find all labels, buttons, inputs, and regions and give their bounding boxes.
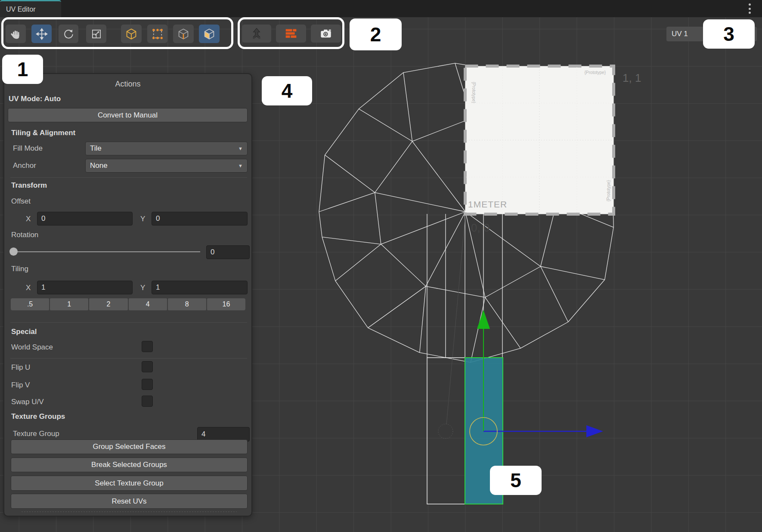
texture-groups-header: Texture Groups	[11, 412, 65, 421]
rotate-icon	[62, 28, 74, 40]
divider	[22, 511, 237, 512]
annotation-1: 1	[2, 55, 43, 84]
pan-tool-button[interactable]	[6, 25, 26, 43]
uv-editor-window: {Prototype}{Prototype}{Prototype}1METER1…	[0, 0, 762, 532]
tiling-x-label: X	[26, 284, 31, 292]
world-space-checkbox[interactable]	[142, 341, 153, 352]
scale-tool-button[interactable]	[86, 25, 106, 43]
annotation-5: 5	[490, 466, 542, 495]
divider	[10, 177, 247, 178]
group-selected-faces-button[interactable]: Group Selected Faces	[11, 439, 248, 454]
screenshot-button[interactable]	[311, 25, 341, 43]
tiling-preset-row: .5 1 2 4 8 16	[11, 298, 245, 310]
bricks-icon	[284, 27, 298, 40]
offset-y-label: Y	[140, 215, 145, 223]
tiling-preset-button[interactable]: .5	[11, 298, 49, 310]
texture-group-label: Texture Group	[13, 430, 59, 438]
edge-mode-button[interactable]	[173, 25, 194, 43]
tab-title: UV Editor	[6, 6, 35, 13]
vertex-select-icon	[151, 28, 164, 40]
tiling-label: Tiling	[11, 265, 28, 273]
hand-icon	[10, 28, 22, 40]
rotation-slider-track[interactable]	[13, 251, 200, 252]
special-header: Special	[11, 328, 37, 336]
anchor-dropdown[interactable]: None▼	[85, 159, 248, 173]
world-space-label: World Space	[11, 343, 53, 352]
move-icon	[36, 28, 48, 40]
rotation-slider-handle[interactable]	[9, 247, 18, 256]
vertex-mode-button[interactable]	[147, 25, 167, 43]
annotation-2: 2	[350, 19, 402, 50]
face-select-icon	[203, 28, 216, 40]
tiling-preset-button[interactable]: 2	[89, 298, 127, 310]
actions-panel: Actions UV Mode: Auto Convert to Manual …	[3, 73, 252, 517]
rotate-tool-button[interactable]	[59, 25, 78, 43]
tiling-y-input[interactable]: 1	[152, 281, 248, 294]
project-arrow-icon	[250, 27, 263, 40]
texture-preview-button[interactable]	[276, 25, 306, 43]
tiling-preset-button[interactable]: 1	[50, 298, 88, 310]
annotation-4: 4	[262, 76, 312, 105]
object-mode-button[interactable]	[121, 25, 142, 43]
offset-x-input[interactable]: 0	[37, 212, 133, 226]
face-mode-button[interactable]	[199, 25, 220, 43]
flip-v-label: Flip V	[11, 381, 30, 390]
swap-uv-label: Swap U/V	[11, 398, 44, 406]
uv-mode-label: UV Mode: Auto	[9, 95, 61, 103]
fill-mode-dropdown[interactable]: Tile▼	[85, 142, 248, 155]
rotation-label: Rotation	[11, 231, 38, 239]
anchor-label: Anchor	[13, 161, 36, 170]
flip-u-label: Flip U	[11, 363, 30, 372]
annotation-3: 3	[703, 19, 755, 49]
window-titlebar: UV Editor	[0, 0, 762, 17]
fill-mode-value: Tile	[90, 144, 102, 153]
offset-x-label: X	[26, 215, 31, 223]
fill-mode-label: Fill Mode	[13, 144, 43, 153]
flip-u-checkbox[interactable]	[142, 361, 153, 372]
divider	[10, 322, 247, 323]
tab-uv-editor[interactable]: UV Editor	[0, 0, 61, 17]
chevron-down-icon: ▼	[238, 163, 243, 168]
chevron-down-icon: ▼	[238, 146, 243, 151]
convert-to-manual-button[interactable]: Convert to Manual	[8, 108, 248, 122]
tiling-preset-button[interactable]: 4	[129, 298, 167, 310]
select-texture-group-button[interactable]: Select Texture Group	[11, 476, 248, 491]
tiling-preset-button[interactable]: 8	[168, 298, 206, 310]
flip-v-checkbox[interactable]	[142, 379, 153, 390]
tiling-alignment-header: Tiling & Alignment	[11, 129, 75, 137]
offset-label: Offset	[11, 197, 31, 206]
cube-icon	[125, 28, 138, 40]
rotation-input[interactable]: 0	[206, 245, 250, 259]
camera-icon	[319, 27, 333, 40]
uv-channel-value: UV 1	[672, 30, 688, 38]
swap-uv-checkbox[interactable]	[142, 396, 153, 407]
break-selected-groups-button[interactable]: Break Selected Groups	[11, 458, 248, 472]
anchor-value: None	[90, 161, 108, 170]
tiling-x-input[interactable]: 1	[37, 281, 133, 294]
tiling-preset-button[interactable]: 16	[207, 298, 245, 310]
move-tool-button[interactable]	[31, 25, 52, 43]
tiling-y-label: Y	[140, 284, 145, 292]
scale-icon	[90, 28, 102, 40]
kebab-menu-icon[interactable]	[747, 3, 752, 15]
project-uv-button[interactable]	[242, 25, 271, 43]
divider	[10, 358, 247, 359]
edge-select-icon	[177, 28, 190, 40]
reset-uvs-button[interactable]: Reset UVs	[11, 494, 248, 509]
transform-header: Transform	[11, 181, 47, 190]
offset-y-input[interactable]: 0	[152, 212, 248, 226]
